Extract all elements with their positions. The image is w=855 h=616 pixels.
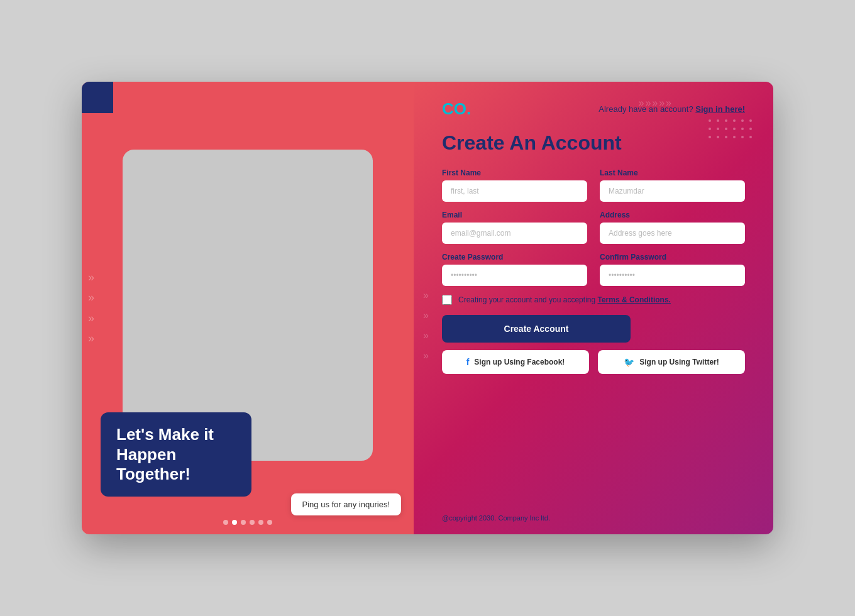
email-input[interactable]	[442, 223, 587, 244]
confirm-password-group: Confirm Password	[600, 253, 745, 286]
social-buttons-row: f Sign up Using Facebook! 🐦 Sign up Usin…	[442, 350, 745, 374]
main-card: »»»» Let's Make it Happen Together! Ping…	[82, 82, 773, 534]
first-name-input[interactable]	[442, 180, 587, 202]
first-name-label: First Name	[442, 168, 587, 177]
dots-grid-decoration	[709, 119, 754, 141]
form-grid: First Name Last Name Email Address Creat…	[442, 168, 745, 286]
address-group: Address	[600, 211, 745, 244]
chevrons-top-decoration: »»»»»	[639, 97, 673, 109]
password-group: Create Password	[442, 253, 587, 286]
address-input[interactable]	[600, 223, 745, 244]
copyright-text: @copyright 2030. Company Inc ltd.	[442, 514, 550, 522]
logo: CO.	[442, 99, 471, 119]
dot-1	[223, 520, 228, 525]
terms-checkbox-row: Creating your account and you accepting …	[442, 295, 745, 305]
dot-4	[250, 520, 255, 525]
dot-3	[241, 520, 246, 525]
dot-5	[258, 520, 263, 525]
confirm-password-label: Confirm Password	[600, 253, 745, 261]
accent-block	[82, 82, 113, 113]
right-panel: »»»»» »»»» CO. Already have an account? …	[414, 82, 773, 534]
dots-indicator	[223, 520, 272, 525]
chevrons-mid-decoration: »»»»	[423, 285, 429, 366]
ping-text: Ping us for any inquries!	[302, 500, 390, 509]
twitter-signup-button[interactable]: 🐦 Sign up Using Twitter!	[598, 350, 745, 374]
dot-6	[267, 520, 272, 525]
twitter-button-label: Sign up Using Twitter!	[639, 358, 719, 366]
last-name-label: Last Name	[600, 168, 745, 177]
terms-label: Creating your account and you accepting …	[458, 295, 671, 304]
signin-link[interactable]: Sign in here!	[695, 104, 745, 114]
chevrons-left-decoration: »»»»	[88, 267, 94, 349]
email-label: Email	[442, 211, 587, 219]
address-label: Address	[600, 211, 745, 219]
last-name-group: Last Name	[600, 168, 745, 202]
dot-2	[232, 520, 237, 525]
create-account-button[interactable]: Create Account	[442, 315, 631, 343]
terms-checkbox[interactable]	[442, 295, 452, 305]
facebook-signup-button[interactable]: f Sign up Using Facebook!	[442, 350, 589, 374]
email-group: Email	[442, 211, 587, 244]
ping-bubble: Ping us for any inquries!	[291, 493, 401, 515]
left-panel: »»»» Let's Make it Happen Together! Ping…	[82, 82, 414, 534]
facebook-button-label: Sign up Using Facebook!	[474, 358, 565, 366]
terms-link[interactable]: Terms & Conditions.	[597, 295, 670, 304]
password-label: Create Password	[442, 253, 587, 261]
tagline-box: Let's Make it Happen Together!	[101, 412, 251, 497]
header-row: CO. Already have an account? Sign in her…	[442, 99, 745, 119]
twitter-icon: 🐦	[624, 357, 634, 367]
facebook-icon: f	[466, 357, 470, 367]
tagline-text: Let's Make it Happen Together!	[116, 425, 236, 484]
last-name-input[interactable]	[600, 180, 745, 202]
first-name-group: First Name	[442, 168, 587, 202]
confirm-password-input[interactable]	[600, 265, 745, 286]
password-input[interactable]	[442, 265, 587, 286]
form-title: Create An Account	[442, 131, 745, 155]
